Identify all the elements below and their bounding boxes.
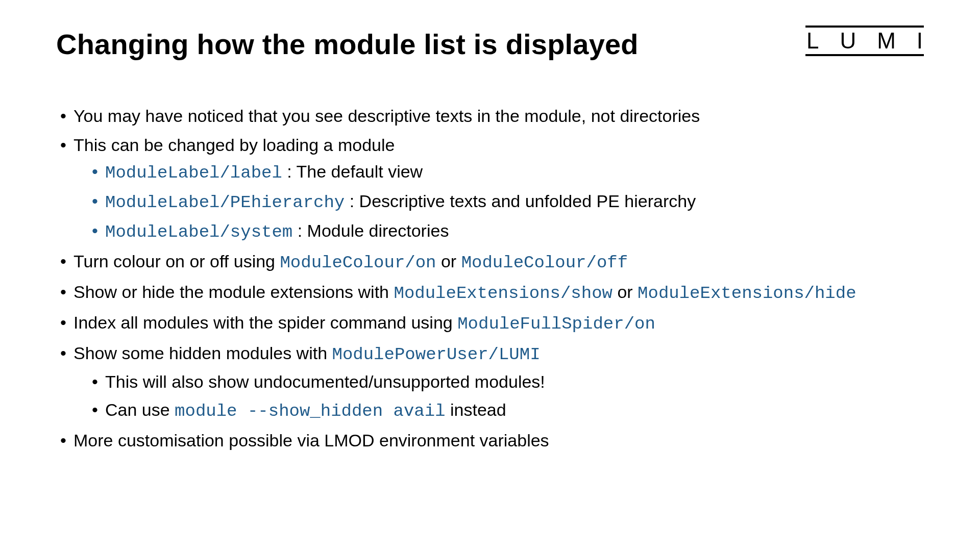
bullet-4-pre: Show or hide the module extensions with: [74, 282, 394, 302]
bullet-3-pre: Turn colour on or off using: [74, 252, 280, 271]
bullet-5-pre: Index all modules with the spider comman…: [74, 313, 457, 332]
bullet-4-mid: or: [612, 282, 638, 302]
bullet-3-mid: or: [436, 252, 461, 271]
bullet-2a: ModuleLabel/label : The default view: [105, 160, 924, 185]
logo-bar-bottom: [805, 54, 924, 56]
bullet-2b: ModuleLabel/PEhierarchy : Descriptive te…: [105, 189, 924, 215]
bullet-6: Show some hidden modules with ModulePowe…: [74, 341, 924, 423]
slide: Changing how the module list is displaye…: [0, 0, 980, 551]
lumi-logo: L U M I: [805, 26, 924, 56]
logo-letter-i: I: [917, 30, 923, 52]
code-moduleextensions-hide: ModuleExtensions/hide: [638, 284, 856, 303]
bullet-2-text: This can be changed by loading a module: [74, 135, 395, 155]
code-modulecolour-on: ModuleColour/on: [280, 253, 436, 272]
bullet-3: Turn colour on or off using ModuleColour…: [74, 249, 924, 275]
bullet-list: You may have noticed that you see descri…: [56, 104, 924, 453]
bullet-6b-post: instead: [446, 400, 506, 419]
slide-title: Changing how the module list is displaye…: [56, 29, 639, 60]
code-module-show-hidden-avail: module --show_hidden avail: [175, 402, 446, 421]
bullet-2-sublist: ModuleLabel/label : The default view Mod…: [74, 160, 924, 244]
code-modulefullspider-on: ModuleFullSpider/on: [457, 314, 655, 334]
bullet-2c: ModuleLabel/system : Module directories: [105, 219, 924, 244]
bullet-2: This can be changed by loading a module …: [74, 133, 924, 245]
logo-letter-m: M: [877, 30, 896, 52]
bullet-7: More customisation possible via LMOD env…: [74, 429, 924, 453]
bullet-5: Index all modules with the spider comman…: [74, 311, 924, 336]
bullet-6a: This will also show undocumented/unsuppo…: [105, 370, 924, 394]
bullet-2c-text: : Module directories: [292, 221, 449, 240]
bullet-6-sublist: This will also show undocumented/unsuppo…: [74, 370, 924, 423]
bullet-6b: Can use module --show_hidden avail inste…: [105, 398, 924, 423]
bullet-7-text: More customisation possible via LMOD env…: [74, 431, 549, 450]
bullet-2a-text: : The default view: [282, 162, 423, 181]
code-modulelabel-system: ModuleLabel/system: [105, 222, 292, 242]
code-moduleextensions-show: ModuleExtensions/show: [394, 284, 612, 303]
code-modulelabel-pehierarchy: ModuleLabel/PEhierarchy: [105, 193, 345, 212]
bullet-1: You may have noticed that you see descri…: [74, 104, 924, 128]
bullet-4: Show or hide the module extensions with …: [74, 280, 924, 306]
code-modulepoweruser-lumi: ModulePowerUser/LUMI: [332, 345, 541, 364]
slide-body: You may have noticed that you see descri…: [56, 104, 924, 453]
logo-letter-u: U: [840, 30, 856, 52]
bullet-6-pre: Show some hidden modules with: [74, 343, 332, 363]
bullet-6b-pre: Can use: [105, 400, 175, 419]
logo-letters: L U M I: [805, 28, 924, 54]
code-modulelabel-label: ModuleLabel/label: [105, 163, 282, 183]
logo-letter-l: L: [806, 30, 819, 52]
bullet-1-text: You may have noticed that you see descri…: [74, 106, 700, 126]
bullet-6a-text: This will also show undocumented/unsuppo…: [105, 372, 545, 391]
bullet-2b-text: : Descriptive texts and unfolded PE hier…: [345, 191, 696, 211]
header: Changing how the module list is displaye…: [56, 29, 924, 60]
code-modulecolour-off: ModuleColour/off: [461, 253, 628, 272]
